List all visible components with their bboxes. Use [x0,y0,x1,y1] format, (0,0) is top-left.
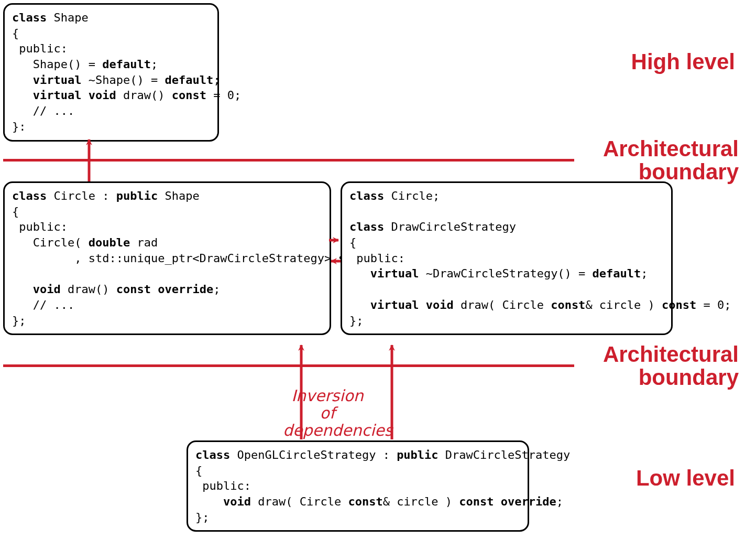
code-box-shape: class Shape { public: Shape() = default;… [3,3,219,142]
label-inversion: Inversion of dependencies [283,387,372,439]
code-box-circle: class Circle : public Shape { public: Ci… [3,181,331,335]
code-box-strategy: class Circle; class DrawCircleStrategy {… [341,181,673,335]
boundary-line-lower [3,364,574,367]
label-arch-boundary-2: Architectural boundary [582,343,739,389]
label-high-level: High level [631,50,735,73]
code-box-opengl: class OpenGLCircleStrategy : public Draw… [187,440,529,532]
label-low-level: Low level [636,467,735,490]
label-arch-boundary-1: Architectural boundary [582,137,739,184]
boundary-line-upper [3,159,574,162]
